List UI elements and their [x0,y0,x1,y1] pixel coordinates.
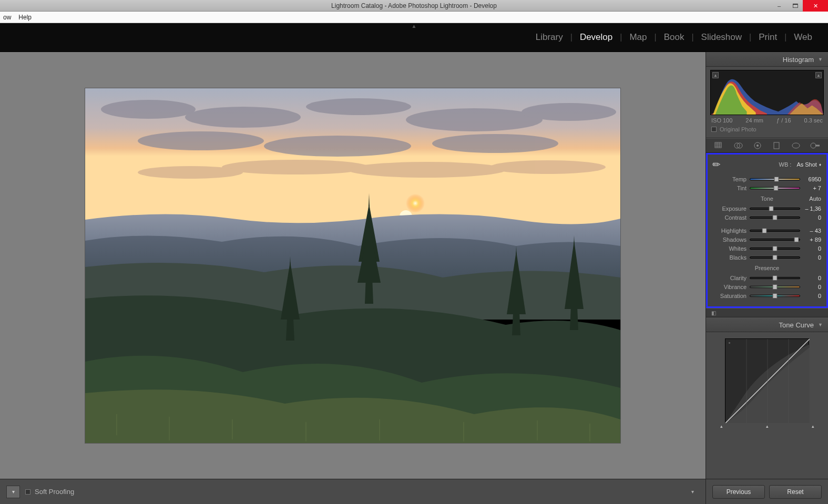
tc-region-thumb[interactable]: ▴ [719,424,724,428]
exif-aperture: ƒ / 16 [776,117,791,124]
photo-canvas-area [0,52,706,479]
histogram-title: Histogram [783,56,814,64]
shadows-thumb[interactable] [794,237,799,242]
blacks-thumb[interactable] [773,255,778,260]
tc-region-thumb[interactable]: ▴ [810,424,815,428]
contrast-thumb[interactable] [773,215,778,220]
contrast-slider[interactable] [750,217,800,219]
redeye-tool-icon[interactable] [751,140,764,151]
maximize-button[interactable]: 🗖 [787,0,803,12]
whites-slider[interactable] [750,248,800,250]
svg-rect-23 [715,142,721,148]
temp-thumb[interactable] [774,177,779,182]
saturation-value[interactable]: 0 [803,293,821,299]
original-photo-checkbox[interactable] [711,127,717,132]
wb-label: WB : [779,161,792,168]
menu-item-help[interactable]: Help [18,14,32,21]
bottom-toolbar: ▾ Soft Proofing ▾ Previous Reset [0,479,828,504]
module-book[interactable]: Book [657,32,692,43]
basic-panel-toggle[interactable]: ◧ [706,308,828,317]
exif-focal: 24 mm [745,117,763,124]
saturation-label: Saturation [713,293,747,299]
module-slideshow[interactable]: Slideshow [694,32,750,43]
minimize-button[interactable]: – [771,0,787,12]
saturation-slider-row: Saturation 0 [713,291,821,300]
radial-filter-tool-icon[interactable] [790,140,802,151]
reset-button[interactable]: Reset [769,485,822,499]
clarity-thumb[interactable] [773,275,778,281]
auto-tone-button[interactable]: Auto [809,196,821,202]
clarity-label: Clarity [713,275,747,281]
histogram-panel-header[interactable]: Histogram ▼ [706,52,828,67]
original-photo-label: Original Photo [720,126,757,132]
exposure-thumb[interactable] [769,206,774,211]
blacks-slider-row: Blacks 0 [713,253,821,262]
highlights-slider[interactable] [750,230,800,232]
temp-value[interactable]: 6950 [803,176,821,182]
svg-point-7 [264,136,411,157]
eyedropper-icon[interactable]: ✎ [710,158,723,171]
soft-proofing-checkbox[interactable] [25,489,30,495]
blacks-value[interactable]: 0 [803,254,821,261]
spot-removal-tool-icon[interactable] [732,140,744,151]
vibrance-thumb[interactable] [773,284,778,290]
exposure-slider-row: Exposure – 1,36 [713,204,821,213]
original-photo-row[interactable]: Original Photo [710,125,824,136]
tonecurve-title: Tone Curve [779,321,814,329]
crop-tool-icon[interactable] [712,140,725,151]
highlights-thumb[interactable] [762,228,767,233]
svg-point-5 [522,103,616,121]
contrast-value[interactable]: 0 [803,214,821,221]
tint-thumb[interactable] [773,186,778,191]
collapse-top-panel-icon[interactable]: ▲ [412,23,417,29]
previous-button[interactable]: Previous [712,485,765,499]
highlight-clipping-indicator[interactable]: ▲ [815,72,822,78]
bottom-toolbar-left: ▾ Soft Proofing ▾ [0,486,706,498]
whites-value[interactable]: 0 [803,245,821,252]
photo-preview[interactable] [85,88,620,443]
presence-label: Presence [755,265,779,271]
whites-thumb[interactable] [773,246,778,251]
clarity-slider-row: Clarity 0 [713,273,821,282]
tint-value[interactable]: + 7 [803,185,821,191]
module-map[interactable]: Map [622,32,654,43]
clarity-value[interactable]: 0 [803,275,821,281]
saturation-slider[interactable] [750,295,800,297]
svg-point-11 [138,166,243,179]
clarity-slider[interactable] [750,277,800,279]
vibrance-value[interactable]: 0 [803,284,821,290]
tc-region-thumb[interactable]: ▴ [764,424,770,428]
soft-proofing-label: Soft Proofing [35,488,74,496]
shadows-value[interactable]: + 89 [803,236,821,243]
module-web[interactable]: Web [786,32,820,43]
shadows-slider[interactable] [750,239,800,241]
tint-slider[interactable] [750,187,800,189]
exposure-value[interactable]: – 1,36 [803,205,821,212]
menu-item-ow[interactable]: ow [3,14,11,21]
close-button[interactable]: ✕ [803,0,828,12]
module-library[interactable]: Library [528,32,570,43]
target-adjustment-icon[interactable] [729,342,730,344]
soft-proofing-toggle[interactable]: Soft Proofing [25,488,74,496]
toolbar-collapse-icon[interactable]: ▾ [686,486,699,498]
graduated-filter-tool-icon[interactable] [770,140,783,151]
temp-slider[interactable] [750,178,800,180]
tonecurve-panel-header[interactable]: Tone Curve ▼ [706,317,828,332]
vibrance-slider[interactable] [750,286,800,288]
highlights-value[interactable]: – 43 [803,228,821,234]
loupe-view-dropdown[interactable]: ▾ [6,486,20,498]
blacks-label: Blacks [713,254,747,261]
adjustment-brush-tool-icon[interactable] [809,140,822,151]
svg-point-6 [138,131,264,150]
shadow-clipping-indicator[interactable]: ▲ [712,72,719,78]
saturation-thumb[interactable] [773,293,778,299]
tonecurve-section: ▴ ▴ ▴ [706,332,828,433]
exposure-slider[interactable] [750,208,800,210]
tonecurve-graph[interactable] [725,338,809,423]
wb-preset-dropdown[interactable]: As Shot ♦ [796,161,821,168]
highlights-slider-row: Highlights – 43 [713,226,821,235]
blacks-slider[interactable] [750,256,800,259]
histogram-display[interactable]: ▲ ▲ [710,70,824,115]
module-develop[interactable]: Develop [573,32,620,43]
module-print[interactable]: Print [751,32,784,43]
